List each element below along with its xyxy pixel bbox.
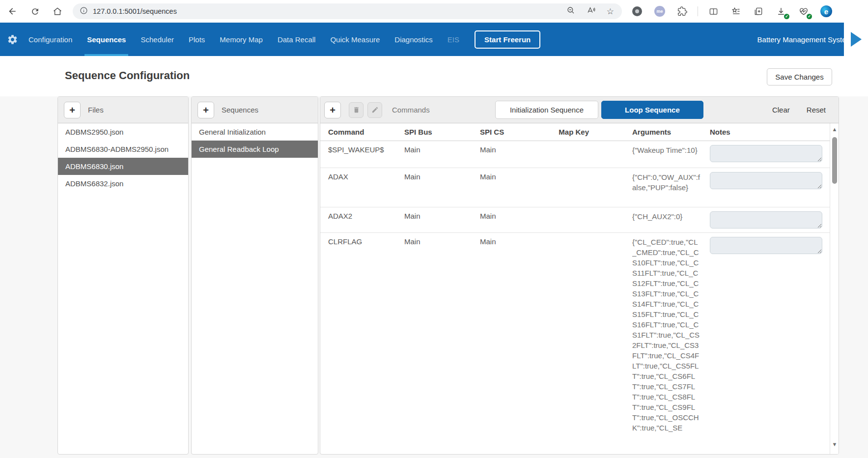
initialization-sequence-button[interactable]: Initialization Sequence: [495, 101, 598, 119]
scroll-up-icon[interactable]: ▲: [830, 126, 839, 132]
essentials-ok-badge: ✓: [807, 14, 812, 19]
nav-tab-scheduler[interactable]: Scheduler: [133, 23, 181, 56]
cell-command: $SPI_WAKEUP$: [328, 141, 404, 154]
column-header-map-key: Map Key: [554, 128, 632, 136]
address-bar[interactable]: 127.0.0.1:5001/sequences ☆: [73, 3, 622, 19]
cell-spi-bus: Main: [404, 168, 480, 181]
home-icon[interactable]: [49, 3, 66, 20]
cell-map-key: [554, 207, 632, 212]
column-header-spi-bus: SPI Bus: [404, 128, 480, 136]
notes-input[interactable]: [710, 211, 822, 229]
commands-panel-title: Commands: [392, 106, 430, 114]
refresh-icon[interactable]: [27, 3, 43, 20]
command-row: ADAXMainMain{"CH":0,"OW_AUX":false,"PUP"…: [320, 168, 830, 207]
commands-table: CommandSPI BusSPI CSMap KeyArgumentsNote…: [320, 123, 830, 454]
nav-tab-plots[interactable]: Plots: [181, 23, 212, 56]
nav-tab-sequences[interactable]: Sequences: [80, 23, 133, 56]
cell-spi-bus: Main: [404, 207, 480, 220]
browser-essentials-icon[interactable]: ✓: [796, 4, 811, 19]
edge-logo-icon[interactable]: e: [819, 4, 834, 19]
split-screen-icon[interactable]: [706, 4, 721, 19]
nav-tabs: ConfigurationSequencesSchedulerPlotsMemo…: [21, 23, 467, 56]
save-changes-button[interactable]: Save Changes: [767, 68, 832, 86]
read-aloud-icon[interactable]: [586, 6, 596, 17]
nav-tab-diagnostics[interactable]: Diagnostics: [387, 23, 440, 56]
sequences-panel: + Sequences General InitializationGenera…: [191, 96, 318, 455]
app-navbar: ConfigurationSequencesSchedulerPlotsMemo…: [0, 23, 868, 56]
loop-sequence-button[interactable]: Loop Sequence: [601, 101, 703, 119]
scrollbar-thumb[interactable]: [832, 137, 837, 184]
column-header-notes: Notes: [710, 128, 830, 136]
sequences-panel-header: + Sequences: [192, 97, 318, 123]
cell-map-key: [554, 233, 632, 237]
notes-input[interactable]: [710, 237, 822, 254]
cell-spi-bus: Main: [404, 141, 480, 154]
trash-icon: [353, 106, 360, 114]
files-panel-title: Files: [88, 106, 104, 114]
add-command-button[interactable]: +: [324, 102, 341, 118]
add-favorite-star-icon[interactable]: ☆: [607, 6, 614, 17]
cell-command: ADAX2: [328, 207, 404, 220]
sequences-panel-title: Sequences: [222, 106, 258, 114]
tab-actions-icon[interactable]: [751, 4, 766, 19]
site-info-icon[interactable]: [80, 6, 88, 17]
sidebar-play-button[interactable]: [844, 23, 868, 56]
nav-tab-configuration[interactable]: Configuration: [21, 23, 80, 56]
commands-panel: + Commands Initialization Sequence Loop …: [320, 96, 839, 455]
cell-arguments: {"CH":0,"OW_AUX":false,"PUP":false}: [632, 168, 701, 193]
commands-table-header: CommandSPI BusSPI CSMap KeyArgumentsNote…: [320, 123, 830, 141]
nav-tab-eis[interactable]: EIS: [440, 23, 467, 56]
file-item[interactable]: ADBMS6830-ADBMS2950.json: [58, 141, 188, 158]
file-item[interactable]: ADBMS6832.json: [58, 175, 188, 192]
nav-tab-data-recall[interactable]: Data Recall: [270, 23, 323, 56]
column-header-arguments: Arguments: [632, 128, 710, 136]
delete-command-button[interactable]: [349, 102, 364, 118]
edit-command-button[interactable]: [367, 102, 382, 118]
cell-map-key: [554, 141, 632, 145]
zoom-out-icon[interactable]: [566, 6, 575, 17]
url-text[interactable]: 127.0.0.1:5001/sequences: [93, 7, 566, 15]
notes-input[interactable]: [710, 172, 822, 189]
play-icon: [851, 32, 862, 47]
add-sequence-button[interactable]: +: [197, 102, 214, 118]
notes-input[interactable]: [710, 145, 822, 162]
files-panel-header: + Files: [58, 97, 188, 123]
table-scrollbar[interactable]: ▲ ▼: [830, 123, 839, 454]
profile-avatar[interactable]: me: [652, 4, 667, 19]
collections-icon[interactable]: [728, 4, 743, 19]
add-file-button[interactable]: +: [64, 102, 81, 118]
extensions-puzzle-icon[interactable]: [675, 4, 690, 19]
extension-icon[interactable]: [630, 4, 644, 19]
column-header-spi-cs: SPI CS: [480, 128, 554, 136]
command-row: CLRFLAGMainMain{"CL_CED":true,"CL_CMED":…: [320, 233, 830, 433]
cell-command: ADAX: [328, 168, 404, 181]
downloads-icon[interactable]: ✓: [774, 4, 788, 19]
sequence-item[interactable]: General Initialization: [192, 123, 318, 141]
nav-tab-memory-map[interactable]: Memory Map: [212, 23, 270, 56]
cell-arguments: {"CH_AUX2":0}: [632, 207, 701, 222]
settings-gear-icon[interactable]: [7, 34, 18, 45]
download-done-badge: ✓: [784, 14, 789, 19]
cell-command: CLRFLAG: [328, 233, 404, 246]
cell-spi-cs: Main: [480, 233, 554, 246]
cell-notes: [710, 168, 830, 191]
sequence-item[interactable]: General Readback Loop: [192, 141, 318, 158]
command-row: $SPI_WAKEUP$MainMain{"Wakeup Time":10}: [320, 141, 830, 168]
reset-button[interactable]: Reset: [807, 106, 826, 114]
cell-spi-cs: Main: [480, 141, 554, 154]
files-list: ADBMS2950.jsonADBMS6830-ADBMS2950.jsonAD…: [58, 123, 188, 192]
file-item[interactable]: ADBMS2950.json: [58, 123, 188, 141]
back-icon[interactable]: [4, 3, 21, 20]
start-freerun-button[interactable]: Start Freerun: [475, 30, 540, 49]
command-row: ADAX2MainMain{"CH_AUX2":0}: [320, 207, 830, 233]
toolbar-extensions-area: me ✓ ✓ e: [630, 0, 834, 23]
cell-notes: [710, 207, 830, 230]
column-header-command: Command: [328, 128, 404, 136]
clear-button[interactable]: Clear: [772, 106, 790, 114]
file-item[interactable]: ADBMS6830.json: [58, 158, 188, 175]
page-title: Sequence Configuration: [65, 69, 190, 82]
nav-tab-quick-measure[interactable]: Quick Measure: [323, 23, 387, 56]
cell-arguments: {"Wakeup Time":10}: [632, 141, 701, 155]
files-panel: + Files ADBMS2950.jsonADBMS6830-ADBMS295…: [57, 96, 189, 455]
scroll-down-icon[interactable]: ▼: [830, 441, 839, 447]
